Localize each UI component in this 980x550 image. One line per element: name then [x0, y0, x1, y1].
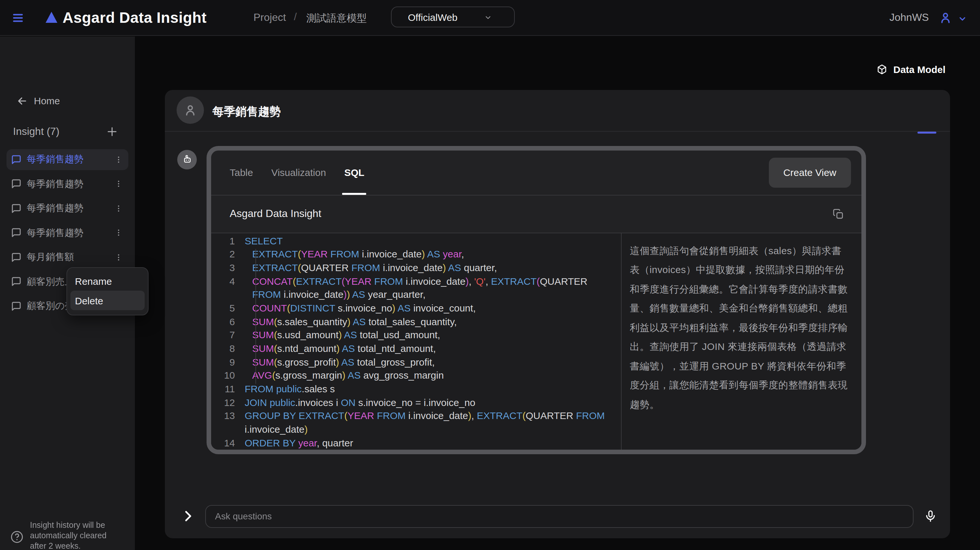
data-model-label: Data Model	[893, 64, 945, 75]
workspace-select[interactable]: OfficialWeb	[391, 6, 515, 27]
history-note: Insight history will be automatically cl…	[30, 520, 111, 550]
line-number	[211, 423, 245, 436]
line-number: 9	[211, 356, 245, 369]
line-number: 11	[211, 383, 245, 396]
line-number: 7	[211, 329, 245, 342]
line-number	[211, 288, 245, 302]
assistant-avatar	[177, 149, 197, 169]
line-number: 12	[211, 396, 245, 410]
sidebar-home-button[interactable]: Home	[17, 95, 60, 106]
line-content: CONCAT(EXTRACT(YEAR FROM i.invoice_date)…	[245, 275, 587, 288]
sql-code-line: 9SUM(s.gross_profit) AS total_gross_prof…	[211, 356, 620, 369]
app-title: Asgard Data Insight	[62, 9, 207, 27]
chat-bubble-icon	[11, 252, 22, 262]
message-title: 每季銷售趨勢	[212, 103, 281, 119]
sql-code-line: 14ORDER BY year, quarter	[211, 437, 620, 449]
scroll-indicator	[918, 131, 936, 133]
user-menu-chevron-icon[interactable]	[958, 14, 967, 24]
create-view-button[interactable]: Create View	[769, 157, 851, 188]
insight-item-label: 每季銷售趨勢	[27, 227, 114, 239]
sidebar-insight-item[interactable]: 每季銷售趨勢	[6, 149, 128, 170]
breadcrumb-model[interactable]: 測試語意模型	[306, 12, 367, 25]
line-content: GROUP BY EXTRACT(YEAR FROM i.invoice_dat…	[245, 410, 605, 423]
sidebar-insight-item[interactable]: 每季銷售趨勢	[6, 198, 128, 219]
sql-code-line: 6SUM(s.sales_quantity) AS total_sales_qu…	[211, 315, 620, 328]
copy-icon[interactable]	[832, 208, 843, 219]
user-avatar-icon[interactable]	[939, 11, 952, 24]
user-message-avatar	[177, 96, 204, 124]
sidebar-insight-item[interactable]: 每月銷售額	[6, 247, 128, 267]
chat-bubble-icon	[11, 179, 22, 189]
line-number: 6	[211, 315, 245, 328]
user-name: JohnWS	[889, 12, 929, 24]
line-content: EXTRACT(YEAR FROM i.invoice_date) AS yea…	[245, 248, 464, 261]
header-divider	[165, 131, 950, 131]
sidebar-insight-item[interactable]: 每季銷售趨勢	[6, 174, 128, 194]
indent-guide	[255, 249, 256, 383]
chevron-down-icon	[484, 14, 492, 22]
insight-item-label: 每季銷售趨勢	[27, 178, 114, 190]
ask-questions-input[interactable]	[205, 505, 913, 528]
line-number: 8	[211, 342, 245, 356]
sql-code-line: 12JOIN public.invoices i ON s.invoice_no…	[211, 396, 620, 410]
tab-sql[interactable]: SQL	[344, 150, 364, 194]
insight-context-menu: Rename Delete	[67, 267, 149, 315]
sql-code-editor[interactable]: 1SELECT2EXTRACT(YEAR FROM i.invoice_date…	[211, 233, 620, 449]
insight-item-label: 每月銷售額	[27, 251, 114, 264]
add-insight-button[interactable]	[106, 126, 118, 138]
line-number: 10	[211, 369, 245, 383]
sql-code-line: 10AVG(s.gross_margin) AS avg_gross_margi…	[211, 369, 620, 383]
line-content: AVG(s.gross_margin) AS avg_gross_margin	[245, 369, 444, 383]
line-content: i.invoice_date)	[245, 423, 307, 436]
line-content: EXTRACT(QUARTER FROM i.invoice_date) AS …	[245, 261, 497, 275]
sidebar: Home Insight (7) 每季銷售趨勢每季銷售趨勢每季銷售趨勢每季銷售趨…	[0, 37, 135, 550]
line-content: ORDER BY year, quarter	[245, 437, 353, 449]
sql-code-line: 1SELECT	[211, 234, 620, 248]
app-root: Asgard Data Insight Project / 測試語意模型 Off…	[0, 0, 980, 550]
kebab-menu-icon[interactable]	[114, 204, 123, 213]
sql-code-line: 3EXTRACT(QUARTER FROM i.invoice_date) AS…	[211, 261, 620, 275]
kebab-menu-icon[interactable]	[114, 180, 123, 189]
line-content: JOIN public.invoices i ON s.invoice_no =…	[245, 396, 475, 410]
insight-item-label: 每季銷售趨勢	[27, 202, 114, 215]
kebab-menu-icon[interactable]	[114, 229, 123, 237]
context-menu-rename[interactable]: Rename	[70, 271, 145, 291]
collapse-sidebar-chevron-icon[interactable]	[181, 509, 194, 522]
line-number: 5	[211, 302, 245, 315]
sidebar-home-label: Home	[34, 95, 60, 106]
context-menu-delete[interactable]: Delete	[70, 291, 145, 310]
kebab-menu-icon[interactable]	[114, 155, 123, 164]
line-number: 2	[211, 248, 245, 261]
hamburger-menu-icon[interactable]	[13, 13, 24, 24]
tabs-row: Table Visualization SQL Create View	[211, 150, 861, 194]
back-arrow-icon	[17, 95, 27, 106]
sql-code-line: 13GROUP BY EXTRACT(YEAR FROM i.invoice_d…	[211, 410, 620, 423]
line-content: COUNT(DISTINCT s.invoice_no) AS invoice_…	[245, 302, 476, 315]
line-content: FROM i.invoice_date)) AS year_quarter,	[245, 288, 425, 302]
breadcrumb-project[interactable]: Project	[253, 12, 286, 24]
sql-result-body: 1SELECT2EXTRACT(YEAR FROM i.invoice_date…	[211, 233, 861, 449]
kebab-menu-icon[interactable]	[114, 253, 123, 262]
line-content: SUM(s.ntd_amount) AS total_ntd_amount,	[245, 342, 436, 356]
insight-section-header: Insight (7)	[13, 126, 59, 138]
tab-visualization[interactable]: Visualization	[271, 150, 326, 194]
chat-bubble-icon	[11, 154, 22, 165]
sql-code-line: 2EXTRACT(YEAR FROM i.invoice_date) AS ye…	[211, 248, 620, 261]
line-number: 3	[211, 261, 245, 275]
sql-code-line: 11FROM public.sales s	[211, 383, 620, 396]
top-bar: Asgard Data Insight Project / 測試語意模型 Off…	[0, 0, 980, 36]
tab-table[interactable]: Table	[230, 150, 253, 194]
line-number: 14	[211, 437, 245, 449]
conversation-panel: 每季銷售趨勢 Table Visualization SQL Create Vi…	[165, 90, 950, 538]
chat-bubble-icon	[11, 301, 22, 312]
cube-icon	[877, 64, 888, 75]
line-content: SUM(s.usd_amount) AS total_usd_amount,	[245, 329, 440, 342]
sidebar-insight-item[interactable]: 每季銷售趨勢	[6, 223, 128, 243]
data-model-button[interactable]: Data Model	[877, 64, 945, 75]
microphone-icon[interactable]	[924, 509, 937, 522]
line-content: SUM(s.sales_quantity) AS total_sales_qua…	[245, 315, 457, 328]
chat-bubble-icon	[11, 203, 22, 214]
line-content: SELECT	[245, 234, 283, 248]
sql-code-line: 5COUNT(DISTINCT s.invoice_no) AS invoice…	[211, 302, 620, 315]
workspace-selected-value: OfficialWeb	[408, 11, 457, 22]
